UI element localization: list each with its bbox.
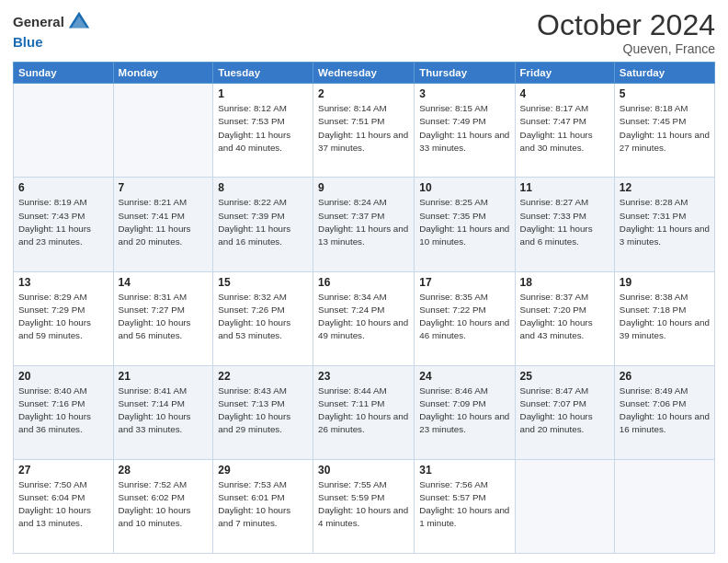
day-info: Sunrise: 8:14 AMSunset: 7:51 PMDaylight:… [318, 102, 409, 155]
calendar-cell: 5Sunrise: 8:18 AMSunset: 7:45 PMDaylight… [614, 84, 714, 178]
calendar-cell: 24Sunrise: 8:46 AMSunset: 7:09 PMDayligh… [415, 365, 515, 459]
day-info: Sunrise: 8:24 AMSunset: 7:37 PMDaylight:… [318, 196, 409, 248]
day-info: Sunrise: 8:37 AMSunset: 7:20 PMDaylight:… [520, 291, 609, 343]
day-number: 24 [419, 370, 509, 383]
calendar-cell: 10Sunrise: 8:25 AMSunset: 7:35 PMDayligh… [415, 178, 515, 271]
calendar-cell [113, 84, 213, 178]
weekday-header-saturday: Saturday [614, 63, 714, 84]
calendar-cell: 29Sunrise: 7:53 AMSunset: 6:01 PMDayligh… [213, 459, 313, 553]
day-info: Sunrise: 8:28 AMSunset: 7:31 PMDaylight:… [620, 196, 710, 248]
day-number: 10 [419, 181, 509, 194]
calendar-cell: 18Sunrise: 8:37 AMSunset: 7:20 PMDayligh… [515, 271, 614, 365]
day-number: 17 [419, 276, 509, 289]
weekday-header-tuesday: Tuesday [213, 63, 313, 84]
day-info: Sunrise: 8:12 AMSunset: 7:53 PMDaylight:… [218, 102, 308, 155]
day-info: Sunrise: 8:29 AMSunset: 7:29 PMDaylight:… [18, 291, 108, 343]
month-title: October 2024 [537, 9, 715, 41]
day-info: Sunrise: 8:38 AMSunset: 7:18 PMDaylight:… [620, 291, 710, 343]
calendar-cell: 21Sunrise: 8:41 AMSunset: 7:14 PMDayligh… [113, 365, 213, 459]
weekday-header-sunday: Sunday [14, 63, 114, 84]
day-info: Sunrise: 7:56 AMSunset: 5:57 PMDaylight:… [419, 478, 509, 531]
day-number: 14 [119, 276, 209, 289]
calendar-cell: 11Sunrise: 8:27 AMSunset: 7:33 PMDayligh… [515, 178, 614, 271]
calendar-cell: 14Sunrise: 8:31 AMSunset: 7:27 PMDayligh… [113, 271, 213, 365]
day-info: Sunrise: 8:49 AMSunset: 7:06 PMDaylight:… [620, 385, 710, 437]
logo-icon [66, 9, 92, 35]
calendar-cell: 31Sunrise: 7:56 AMSunset: 5:57 PMDayligh… [415, 459, 515, 553]
calendar-cell: 17Sunrise: 8:35 AMSunset: 7:22 PMDayligh… [415, 271, 515, 365]
location-subtitle: Queven, France [537, 41, 715, 56]
day-info: Sunrise: 8:40 AMSunset: 7:16 PMDaylight:… [18, 385, 108, 437]
day-info: Sunrise: 7:55 AMSunset: 5:59 PMDaylight:… [318, 478, 409, 531]
day-info: Sunrise: 8:31 AMSunset: 7:27 PMDaylight:… [119, 291, 209, 343]
day-number: 9 [318, 181, 409, 194]
calendar-cell: 2Sunrise: 8:14 AMSunset: 7:51 PMDaylight… [313, 84, 415, 178]
calendar-cell: 19Sunrise: 8:38 AMSunset: 7:18 PMDayligh… [614, 271, 714, 365]
day-number: 4 [520, 87, 609, 100]
day-number: 25 [520, 370, 609, 383]
day-info: Sunrise: 8:43 AMSunset: 7:13 PMDaylight:… [218, 385, 308, 437]
week-row-5: 27Sunrise: 7:50 AMSunset: 6:04 PMDayligh… [14, 459, 715, 553]
day-info: Sunrise: 8:47 AMSunset: 7:07 PMDaylight:… [520, 385, 609, 437]
day-info: Sunrise: 8:34 AMSunset: 7:24 PMDaylight:… [318, 291, 409, 343]
day-number: 1 [218, 87, 308, 100]
logo-general: General [13, 15, 64, 30]
calendar-cell [14, 84, 114, 178]
calendar-cell: 13Sunrise: 8:29 AMSunset: 7:29 PMDayligh… [14, 271, 114, 365]
weekday-header-wednesday: Wednesday [313, 63, 415, 84]
day-info: Sunrise: 7:52 AMSunset: 6:02 PMDaylight:… [119, 478, 209, 531]
weekday-header-friday: Friday [515, 63, 614, 84]
calendar-cell: 15Sunrise: 8:32 AMSunset: 7:26 PMDayligh… [213, 271, 313, 365]
calendar-cell: 27Sunrise: 7:50 AMSunset: 6:04 PMDayligh… [14, 459, 114, 553]
day-info: Sunrise: 8:41 AMSunset: 7:14 PMDaylight:… [119, 385, 209, 437]
day-number: 2 [318, 87, 409, 100]
calendar-cell: 20Sunrise: 8:40 AMSunset: 7:16 PMDayligh… [14, 365, 114, 459]
day-number: 8 [218, 181, 308, 194]
page: General Blue October 2024 Queven, France… [0, 0, 728, 563]
day-number: 22 [218, 370, 308, 383]
calendar-cell [614, 459, 714, 553]
day-number: 26 [620, 370, 710, 383]
day-info: Sunrise: 7:53 AMSunset: 6:01 PMDaylight:… [218, 478, 308, 531]
calendar-cell: 28Sunrise: 7:52 AMSunset: 6:02 PMDayligh… [113, 459, 213, 553]
logo-blue: Blue [13, 35, 43, 51]
day-number: 11 [520, 181, 609, 194]
day-number: 30 [318, 464, 409, 477]
day-info: Sunrise: 8:19 AMSunset: 7:43 PMDaylight:… [18, 196, 108, 248]
calendar-table: SundayMondayTuesdayWednesdayThursdayFrid… [13, 62, 715, 554]
calendar-cell: 30Sunrise: 7:55 AMSunset: 5:59 PMDayligh… [313, 459, 415, 553]
day-info: Sunrise: 8:21 AMSunset: 7:41 PMDaylight:… [119, 196, 209, 248]
day-number: 3 [419, 87, 509, 100]
day-number: 15 [218, 276, 308, 289]
calendar-cell: 4Sunrise: 8:17 AMSunset: 7:47 PMDaylight… [515, 84, 614, 178]
weekday-header-row: SundayMondayTuesdayWednesdayThursdayFrid… [14, 63, 715, 84]
day-number: 13 [18, 276, 108, 289]
day-info: Sunrise: 8:44 AMSunset: 7:11 PMDaylight:… [318, 385, 409, 437]
calendar-cell: 25Sunrise: 8:47 AMSunset: 7:07 PMDayligh… [515, 365, 614, 459]
calendar-cell: 26Sunrise: 8:49 AMSunset: 7:06 PMDayligh… [614, 365, 714, 459]
calendar-cell: 1Sunrise: 8:12 AMSunset: 7:53 PMDaylight… [213, 84, 313, 178]
day-number: 20 [18, 370, 108, 383]
day-number: 6 [18, 181, 108, 194]
calendar-cell: 12Sunrise: 8:28 AMSunset: 7:31 PMDayligh… [614, 178, 714, 271]
day-number: 29 [218, 464, 308, 477]
day-number: 23 [318, 370, 409, 383]
calendar-cell: 9Sunrise: 8:24 AMSunset: 7:37 PMDaylight… [313, 178, 415, 271]
calendar-cell: 3Sunrise: 8:15 AMSunset: 7:49 PMDaylight… [415, 84, 515, 178]
day-number: 28 [119, 464, 209, 477]
day-info: Sunrise: 8:17 AMSunset: 7:47 PMDaylight:… [520, 102, 609, 155]
week-row-2: 6Sunrise: 8:19 AMSunset: 7:43 PMDaylight… [14, 178, 715, 271]
day-info: Sunrise: 8:25 AMSunset: 7:35 PMDaylight:… [419, 196, 509, 248]
day-number: 31 [419, 464, 509, 477]
day-info: Sunrise: 8:15 AMSunset: 7:49 PMDaylight:… [419, 102, 509, 155]
calendar-cell: 23Sunrise: 8:44 AMSunset: 7:11 PMDayligh… [313, 365, 415, 459]
calendar-cell: 6Sunrise: 8:19 AMSunset: 7:43 PMDaylight… [14, 178, 114, 271]
week-row-3: 13Sunrise: 8:29 AMSunset: 7:29 PMDayligh… [14, 271, 715, 365]
day-info: Sunrise: 8:27 AMSunset: 7:33 PMDaylight:… [520, 196, 609, 248]
day-number: 12 [620, 181, 710, 194]
weekday-header-thursday: Thursday [415, 63, 515, 84]
title-block: October 2024 Queven, France [537, 9, 715, 56]
day-number: 18 [520, 276, 609, 289]
day-info: Sunrise: 8:46 AMSunset: 7:09 PMDaylight:… [419, 385, 509, 437]
day-info: Sunrise: 8:18 AMSunset: 7:45 PMDaylight:… [620, 102, 710, 155]
